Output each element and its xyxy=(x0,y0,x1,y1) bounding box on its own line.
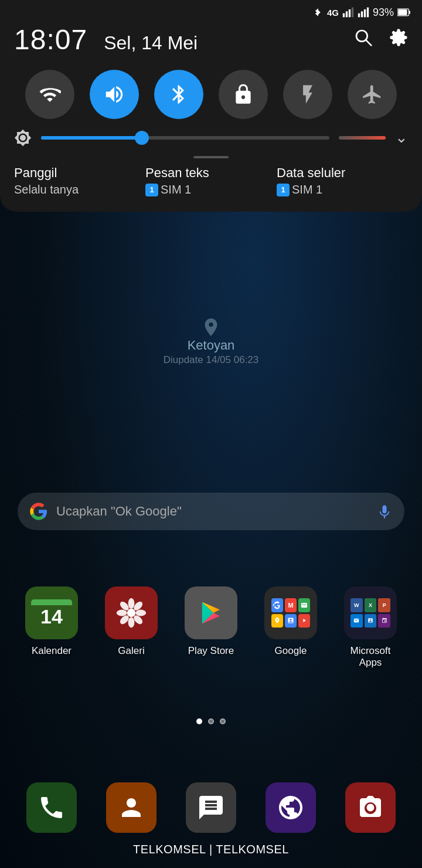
dock-phone[interactable] xyxy=(19,782,84,833)
app-galeri[interactable]: Galeri xyxy=(96,586,166,669)
wifi-icon xyxy=(39,83,61,106)
app-google[interactable]: M Google xyxy=(256,586,326,669)
contacts-icon xyxy=(117,794,145,822)
svg-rect-3 xyxy=(352,8,353,18)
status-bar: 4G 93% xyxy=(0,0,422,21)
mic-icon[interactable] xyxy=(376,503,393,520)
screen-lock-toggle[interactable] xyxy=(219,70,268,119)
carrier-label: TELKOMSEL | TELKOMSEL xyxy=(0,843,422,856)
bluetooth-toggle-icon xyxy=(168,83,190,106)
svg-rect-1 xyxy=(346,11,348,17)
app-grid: 14 Kalender Galeri xyxy=(0,586,422,669)
page-dot-2 xyxy=(208,718,214,724)
svg-rect-6 xyxy=(364,9,366,17)
google-search-bar[interactable]: Ucapkan "Ok Google" xyxy=(18,493,404,530)
svg-point-13 xyxy=(127,609,135,617)
location-off-icon xyxy=(200,317,222,338)
sim1-badge-sms: 1 xyxy=(145,184,158,196)
svg-rect-7 xyxy=(367,8,369,18)
sim-sms-label: Pesan teks xyxy=(145,165,277,181)
settings-button[interactable] xyxy=(389,28,408,51)
dock-browser[interactable] xyxy=(258,782,323,833)
brightness-icon xyxy=(14,129,32,147)
page-dot-1 xyxy=(196,718,202,724)
weather-city: Ketoyan xyxy=(188,338,235,353)
search-button[interactable] xyxy=(354,28,373,51)
signal2-icon xyxy=(358,7,369,18)
date-display: Sel, 14 Mei xyxy=(104,32,198,54)
brightness-slider[interactable] xyxy=(41,136,329,140)
flashlight-icon xyxy=(297,83,319,106)
screen-lock-icon xyxy=(232,83,254,106)
battery-icon xyxy=(397,8,410,17)
sim-data-item[interactable]: Data seluler 1 SIM 1 xyxy=(277,165,408,196)
search-placeholder: Ucapkan "Ok Google" xyxy=(56,504,368,519)
svg-rect-2 xyxy=(349,9,350,17)
sim-data-value: 1 SIM 1 xyxy=(277,183,408,196)
app-galeri-label: Galeri xyxy=(118,645,144,657)
airplane-icon xyxy=(361,83,383,106)
weather-widget: Ketoyan Diupdate 14/05 06:23 xyxy=(0,299,422,366)
app-kalender[interactable]: 14 Kalender xyxy=(16,586,87,669)
status-icons: 4G 93% xyxy=(313,6,410,19)
svg-point-14 xyxy=(128,598,135,609)
dock-contacts[interactable] xyxy=(99,782,164,833)
app-kalender-label: Kalender xyxy=(32,645,72,657)
sim-data-label: Data seluler xyxy=(277,165,408,181)
svg-point-17 xyxy=(135,610,146,616)
svg-point-16 xyxy=(117,610,127,616)
bluetooth-toggle[interactable] xyxy=(154,70,203,119)
quick-settings-panel: 4G 93% xyxy=(0,0,422,212)
sim1-badge-data: 1 xyxy=(277,184,290,196)
app-microsoft-label: Microsoft Apps xyxy=(350,645,391,669)
svg-rect-9 xyxy=(409,11,410,13)
app-google-label: Google xyxy=(275,645,307,657)
galeri-flower-icon xyxy=(115,597,147,629)
google-g-logo xyxy=(29,502,48,521)
time-display: 18:07 xyxy=(14,23,87,56)
datetime-row: 18:07 Sel, 14 Mei xyxy=(0,21,422,65)
weather-update: Diupdate 14/05 06:23 xyxy=(164,354,259,366)
svg-rect-5 xyxy=(361,11,363,17)
page-dot-3 xyxy=(220,718,226,724)
svg-rect-10 xyxy=(398,9,407,15)
search-bar-container[interactable]: Ucapkan "Ok Google" xyxy=(18,493,404,530)
sim-sms-value: 1 SIM 1 xyxy=(145,183,277,196)
sim-sms-item[interactable]: Pesan teks 1 SIM 1 xyxy=(145,165,277,196)
dock-messages[interactable] xyxy=(179,782,243,833)
quick-toggles xyxy=(0,65,422,126)
sim-call-label: Panggil xyxy=(14,165,145,181)
battery-percentage: 93% xyxy=(373,6,394,19)
svg-rect-4 xyxy=(358,13,360,18)
app-microsoft[interactable]: W X P Microsoft Apps xyxy=(335,586,406,669)
browser-icon xyxy=(277,794,305,822)
wifi-toggle[interactable] xyxy=(25,70,74,119)
dock-camera[interactable] xyxy=(338,782,403,833)
flashlight-toggle[interactable] xyxy=(283,70,332,119)
svg-rect-0 xyxy=(343,13,345,18)
page-indicators xyxy=(0,718,422,724)
4g-icon: 4G xyxy=(327,8,339,18)
app-playstore-label: Play Store xyxy=(188,645,234,657)
sim-call-value: Selalu tanya xyxy=(14,183,145,196)
playstore-icon xyxy=(196,598,226,628)
sim-info-row: Panggil Selalu tanya Pesan teks 1 SIM 1 … xyxy=(0,165,422,201)
signal1-icon xyxy=(342,7,354,18)
app-playstore[interactable]: Play Store xyxy=(176,586,246,669)
svg-point-15 xyxy=(128,617,135,628)
sound-toggle[interactable] xyxy=(90,70,139,119)
svg-line-12 xyxy=(366,40,372,46)
brightness-row: ⌄ xyxy=(0,126,422,154)
volume-icon xyxy=(103,83,125,106)
messages-icon xyxy=(197,794,225,822)
bluetooth-status-icon xyxy=(313,6,324,19)
svg-marker-22 xyxy=(303,619,306,622)
camera-icon xyxy=(356,794,384,822)
phone-icon xyxy=(38,794,66,822)
bottom-dock xyxy=(0,782,422,833)
sim-call-item[interactable]: Panggil Selalu tanya xyxy=(14,165,145,196)
panel-divider xyxy=(193,156,229,158)
brightness-expand-button[interactable]: ⌄ xyxy=(395,128,408,147)
airplane-toggle[interactable] xyxy=(348,70,397,119)
